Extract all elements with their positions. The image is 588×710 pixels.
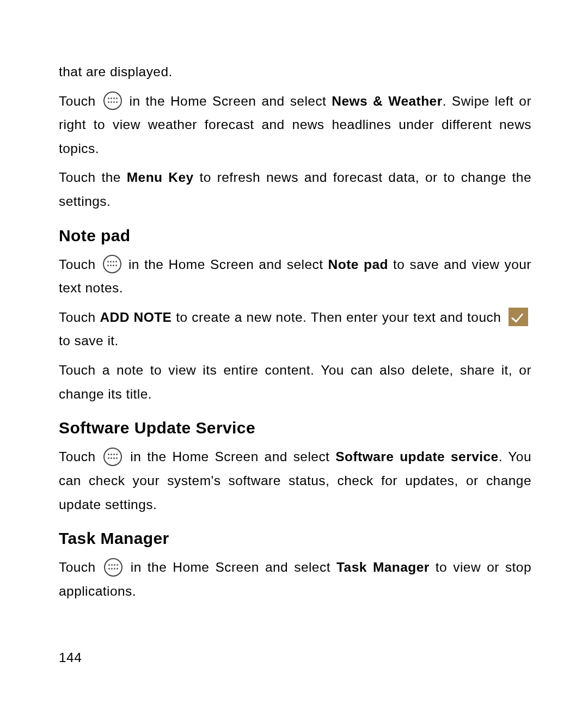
text-fragment: to create a new note. Then enter your te… [171, 310, 505, 325]
text-fragment: in the Home Screen and select [124, 94, 332, 108]
text-fragment: Touch [59, 560, 102, 574]
tm-paragraph-1: Touch in the Home Screen and select Task… [59, 555, 531, 603]
app-name-notepad: Note pad [328, 257, 388, 272]
manual-page: that are displayed. Touch in the Home Sc… [0, 0, 588, 710]
text-fragment: Touch [59, 257, 101, 272]
text-fragment: in the Home Screen and select [124, 257, 328, 272]
apps-grid-icon [103, 91, 122, 110]
add-note-label: ADD NOTE [100, 310, 171, 325]
text-fragment: in the Home Screen and select [125, 560, 336, 574]
notepad-paragraph-2: Touch ADD NOTE to create a new note. The… [59, 305, 531, 353]
sus-paragraph-1: Touch in the Home Screen and select Soft… [59, 445, 531, 516]
apps-grid-icon [103, 255, 121, 273]
intro-paragraph-2: Touch the Menu Key to refresh news and f… [59, 166, 531, 213]
page-number: 144 [59, 650, 82, 665]
apps-grid-icon [103, 448, 122, 466]
text-fragment: to save it. [59, 333, 119, 348]
text-fragment: Touch the [59, 170, 127, 185]
intro-fragment: that are displayed. [59, 60, 531, 84]
heading-task-manager: Task Manager [59, 529, 531, 548]
apps-grid-icon [104, 558, 122, 577]
heading-notepad: Note pad [59, 227, 531, 245]
intro-paragraph-1: Touch in the Home Screen and select News… [59, 89, 531, 161]
text-fragment: Touch [59, 310, 100, 325]
text-fragment: Touch [59, 94, 101, 108]
heading-software-update: Software Update Service [59, 419, 531, 437]
app-name-news-weather: News & Weather [332, 94, 442, 108]
checkmark-save-icon [509, 308, 528, 326]
text-fragment: in the Home Screen and select [124, 449, 335, 464]
notepad-paragraph-3: Touch a note to view its entire content.… [59, 358, 531, 406]
app-name-software-update: Software update service [335, 449, 498, 464]
menu-key-label: Menu Key [127, 170, 194, 185]
app-name-task-manager: Task Manager [336, 560, 430, 574]
notepad-paragraph-1: Touch in the Home Screen and select Note… [59, 253, 531, 300]
text-fragment: Touch [59, 449, 101, 464]
